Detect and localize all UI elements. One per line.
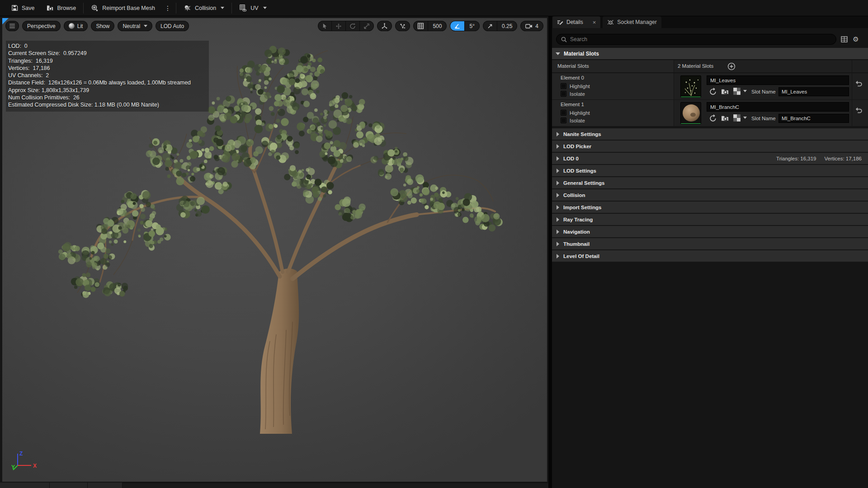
material-picker-icon[interactable] xyxy=(733,114,741,122)
use-selected-asset-icon[interactable] xyxy=(709,87,717,95)
close-icon[interactable] xyxy=(593,19,596,26)
chevron-down-icon[interactable] xyxy=(743,117,747,119)
highlight-checkbox[interactable] xyxy=(561,83,566,89)
material-name: MI_Leaves xyxy=(710,78,736,83)
3d-viewport[interactable]: Perspective Lit Show Neutral LOD Auto xyxy=(0,16,548,483)
reimport-options-kebab-icon[interactable] xyxy=(161,5,175,12)
section-nanite-settings[interactable]: Nanite Settings xyxy=(552,128,868,140)
lit-label: Lit xyxy=(77,23,83,29)
material-name: MI_BranchC xyxy=(710,104,739,110)
grid-snap-toggle[interactable] xyxy=(414,21,428,31)
scale-tool-button[interactable] xyxy=(359,21,373,31)
slot-name-field[interactable] xyxy=(778,114,849,123)
uv-menu-button[interactable]: UV xyxy=(233,0,272,16)
reimport-base-mesh-button[interactable]: Reimport Base Mesh xyxy=(85,0,161,16)
section-label: LOD 0 xyxy=(563,156,579,161)
section-import-settings[interactable]: Import Settings xyxy=(552,202,868,213)
column-divider xyxy=(852,73,852,99)
save-button[interactable]: Save xyxy=(5,0,41,16)
asset-type-underline xyxy=(681,123,701,124)
tab-socket-manager[interactable]: Socket Manager xyxy=(603,16,661,28)
grid-snap-value-button[interactable]: 500 xyxy=(428,21,446,31)
camera-speed-button[interactable]: 4 xyxy=(521,21,543,31)
material-thumbnail-branch[interactable] xyxy=(680,102,701,124)
viewport-toolbar: Perspective Lit Show Neutral LOD Auto xyxy=(2,21,547,31)
material-slots-category-header[interactable]: Material Slots xyxy=(552,48,868,60)
highlight-checkbox[interactable] xyxy=(561,110,566,116)
viewport-canvas[interactable]: Perspective Lit Show Neutral LOD Auto xyxy=(2,18,547,482)
select-tool-button[interactable] xyxy=(318,21,331,31)
lit-sphere-icon xyxy=(69,23,75,29)
socket-manager-icon xyxy=(607,19,614,26)
isolate-checkbox[interactable] xyxy=(561,91,566,97)
section-lod-picker[interactable]: LOD Picker xyxy=(552,141,868,152)
view-mode-button[interactable]: Lit xyxy=(64,21,88,31)
section-level-of-detail[interactable]: Level Of Detail xyxy=(552,250,868,262)
collision-icon xyxy=(184,5,191,12)
display-options-button[interactable] xyxy=(840,35,849,44)
stat-lod: LOD: 0 xyxy=(8,42,205,50)
rotation-snap-toggle[interactable] xyxy=(450,21,464,31)
profile-menu-button[interactable]: Neutral xyxy=(118,21,152,31)
show-menu-button[interactable]: Show xyxy=(91,21,114,31)
section-label: LOD Settings xyxy=(563,168,596,174)
section-label: Ray Tracing xyxy=(563,217,593,222)
lod0-vertices: Vertices: 17,186 xyxy=(825,156,862,161)
browse-icon xyxy=(47,5,54,11)
lod-auto-button[interactable]: LOD Auto xyxy=(156,21,189,31)
scale-snap-value-button[interactable]: 0.25 xyxy=(497,21,517,31)
isolate-checkbox[interactable] xyxy=(561,117,566,123)
gear-icon[interactable] xyxy=(851,35,860,44)
mesh-stats-overlay: LOD: 0 Current Screen Size: 0.957249 Tri… xyxy=(6,41,209,112)
asset-type-underline xyxy=(681,97,701,98)
coordinate-system-button[interactable] xyxy=(377,21,392,31)
material-combo-branch[interactable]: MI_BranchC xyxy=(707,102,849,112)
slot-name-field[interactable] xyxy=(778,87,849,96)
main-toolbar: Save Browse Reimport Base Mesh xyxy=(0,0,868,16)
reset-to-default-icon[interactable] xyxy=(854,106,863,114)
scale-snap-toggle[interactable] xyxy=(483,21,497,31)
highlight-label: Highlight xyxy=(570,110,590,116)
camera-mode-button[interactable]: Perspective xyxy=(22,21,61,31)
stat-approx-size: Approx Size: 1,808x1,353x1,739 xyxy=(8,87,205,94)
reset-to-default-icon[interactable] xyxy=(854,80,863,88)
chevron-down-icon xyxy=(263,7,267,9)
toolbar-separator xyxy=(83,3,84,14)
chevron-right-icon xyxy=(557,144,559,149)
section-general-settings[interactable]: General Settings xyxy=(552,177,868,189)
search-input[interactable] xyxy=(570,36,831,42)
section-lod-settings[interactable]: LOD Settings xyxy=(552,165,868,177)
section-lod-0[interactable]: LOD 0 Triangles: 16,319 Vertices: 17,186 xyxy=(552,153,868,164)
use-selected-asset-icon[interactable] xyxy=(709,114,717,122)
material-thumbnail-leaves[interactable] xyxy=(680,75,701,98)
uv-grid-icon xyxy=(239,4,247,12)
axis-gizmo: Z X Y xyxy=(8,450,40,476)
section-thumbnail[interactable]: Thumbnail xyxy=(552,238,868,250)
chevron-right-icon xyxy=(557,254,559,258)
tab-details[interactable]: Details xyxy=(552,16,600,28)
section-label: Collision xyxy=(563,192,585,198)
lod0-stats: Triangles: 16,319 Vertices: 17,186 xyxy=(776,156,868,161)
add-material-slot-button[interactable] xyxy=(727,62,736,70)
browse-to-asset-icon[interactable] xyxy=(721,87,729,95)
surface-snapping-button[interactable] xyxy=(395,21,410,31)
browse-button[interactable]: Browse xyxy=(41,0,82,16)
rotate-tool-button[interactable] xyxy=(345,21,359,31)
material-picker-icon[interactable] xyxy=(733,87,741,95)
section-ray-tracing[interactable]: Ray Tracing xyxy=(552,214,868,225)
details-search[interactable] xyxy=(556,34,836,45)
rotation-snap-value-button[interactable]: 5° xyxy=(464,21,479,31)
material-combo-leaves[interactable]: MI_Leaves xyxy=(707,75,849,85)
lod0-triangles: Triangles: 16,319 xyxy=(776,156,816,161)
section-navigation[interactable]: Navigation xyxy=(552,226,868,238)
chevron-down-icon[interactable] xyxy=(743,90,747,92)
move-tool-button[interactable] xyxy=(331,21,345,31)
rotation-snap-value: 5° xyxy=(469,23,474,29)
section-label: LOD Picker xyxy=(563,144,591,149)
axis-x-label: X xyxy=(33,463,37,469)
section-collision[interactable]: Collision xyxy=(552,189,868,201)
perspective-label: Perspective xyxy=(27,23,56,29)
browse-to-asset-icon[interactable] xyxy=(721,114,729,122)
collision-menu-button[interactable]: Collision xyxy=(178,0,230,16)
viewport-options-menu-button[interactable] xyxy=(5,21,19,31)
